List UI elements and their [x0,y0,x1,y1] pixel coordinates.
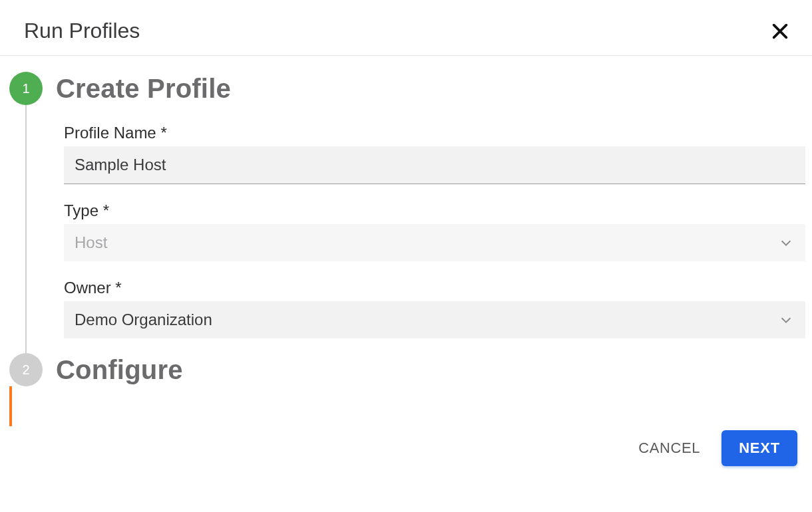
field-profile-name: Profile Name * [64,124,805,184]
select-owner[interactable]: Demo Organization [64,301,805,338]
label-owner: Owner * [64,279,805,297]
chevron-down-icon [779,235,793,250]
dialog-actions: CANCEL NEXT [0,426,812,466]
chevron-down-icon [779,313,793,327]
step-body-configure [9,386,812,426]
input-profile-name[interactable] [64,146,805,184]
dialog-header: Run Profiles [0,0,812,56]
close-icon [771,22,789,41]
run-profiles-dialog: Run Profiles 1 Create Profile Profile Na… [0,0,812,479]
select-type[interactable]: Host [64,224,805,261]
stepper: 1 Create Profile Profile Name * Type * H… [0,56,812,426]
step-badge-2: 2 [9,353,43,386]
label-type: Type * [64,201,805,220]
label-profile-name: Profile Name * [64,124,805,142]
step-badge-1: 1 [9,72,43,105]
step-title-create: Create Profile [56,74,231,104]
select-owner-value: Demo Organization [75,311,779,329]
close-button[interactable] [768,19,792,43]
step-title-configure: Configure [56,355,183,385]
dialog-title: Run Profiles [24,19,140,43]
step-create-profile: 1 Create Profile Profile Name * Type * H… [9,72,812,353]
cancel-button[interactable]: CANCEL [633,430,706,466]
select-type-value: Host [75,233,779,252]
step-header-configure: 2 Configure [9,353,812,386]
step-header-create: 1 Create Profile [9,72,812,105]
step-configure: 2 Configure [9,353,812,426]
step-body-create: Profile Name * Type * Host Owner * [25,105,812,353]
field-type: Type * Host [64,201,805,261]
next-button[interactable]: NEXT [721,430,797,466]
field-owner: Owner * Demo Organization [64,279,805,338]
